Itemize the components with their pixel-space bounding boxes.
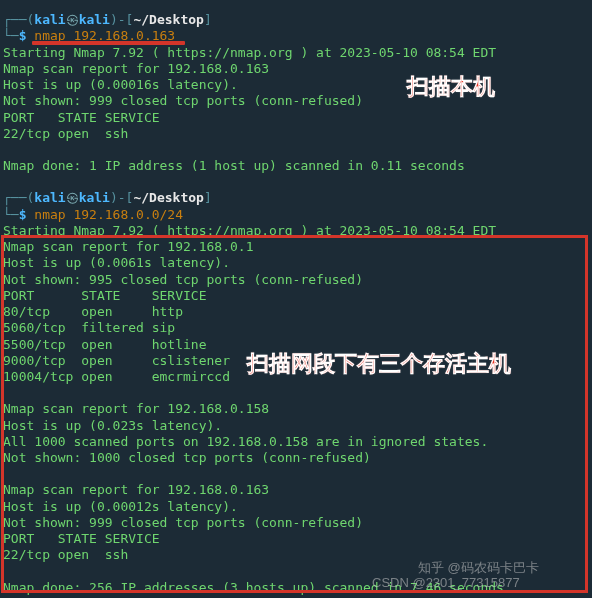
command-2[interactable]: └─$ nmap 192.168.0.0/24 [3, 207, 589, 223]
output-line: Nmap scan report for 192.168.0.163 [3, 61, 589, 77]
output-line: Starting Nmap 7.92 ( https://nmap.org ) … [3, 45, 589, 61]
prompt-1: ┌──(kali㉿kali)-[~/Desktop] [3, 12, 589, 28]
red-box-1 [1, 235, 588, 593]
prompt-2: ┌──(kali㉿kali)-[~/Desktop] [3, 190, 589, 206]
output-line: Host is up (0.00016s latency). [3, 77, 589, 93]
annotation-scan-subnet: 扫描网段下有三个存活主机 [247, 350, 511, 378]
output-line: 22/tcp open ssh [3, 126, 589, 142]
watermark-zhihu: 知乎 @码农码卡巴卡 [418, 560, 539, 576]
output-line: Nmap done: 1 IP address (1 host up) scan… [3, 158, 589, 174]
watermark-csdn: CSDN @2301_77315877 [372, 575, 520, 591]
red-underline-1 [32, 41, 185, 45]
annotation-scan-self: 扫描本机 [407, 73, 495, 101]
output-line: PORT STATE SERVICE [3, 110, 589, 126]
output-line: Not shown: 999 closed tcp ports (conn-re… [3, 93, 589, 109]
